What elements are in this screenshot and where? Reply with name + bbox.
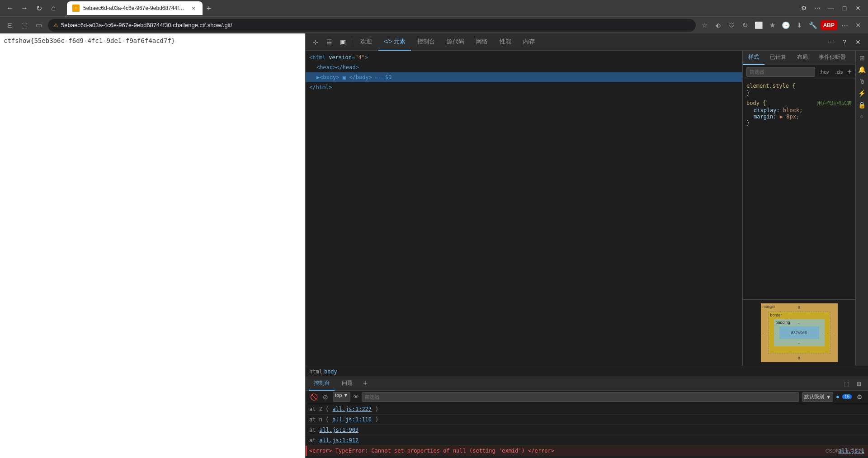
error-close-tag: </error>: [528, 448, 554, 454]
new-tab-button[interactable]: +: [203, 2, 215, 15]
devtools-tab-network[interactable]: 网络: [471, 33, 493, 51]
rs-icon-1[interactable]: ⊞: [857, 52, 868, 63]
console-no-errors-button[interactable]: ⊘: [321, 392, 330, 401]
error-open-tag: <error>: [309, 448, 332, 454]
minimize-button[interactable]: —: [825, 2, 837, 14]
downloads-button[interactable]: ⬇: [793, 19, 806, 32]
styles-tab-computed[interactable]: 已计算: [764, 51, 792, 65]
more-tools-button[interactable]: ⋯: [838, 19, 851, 32]
console-dock-button[interactable]: ⬚: [841, 378, 852, 389]
styles-tab-styles[interactable]: 样式: [743, 51, 764, 65]
devtools-tab-performance[interactable]: 性能: [494, 33, 517, 51]
console-link-1[interactable]: all.js:1:227: [332, 405, 372, 413]
html-line-html-close[interactable]: </html>: [306, 82, 742, 92]
cls-button[interactable]: .cls: [834, 68, 845, 76]
extension1-button[interactable]: 🛡: [726, 19, 738, 32]
close-button[interactable]: ✕: [852, 2, 864, 14]
address-bar: ⊟ ⬚ ▭ ⚠ 5ebaec6d-a03a-4c6e-967e-9ebd6874…: [0, 16, 868, 33]
html-line-body[interactable]: ▶<body> ▣ </body> == $0: [306, 72, 742, 82]
console-link-4[interactable]: all.js:1:912: [319, 436, 359, 444]
styles-add-button[interactable]: +: [847, 67, 851, 76]
styles-tab-events[interactable]: 事件侦听器: [813, 51, 851, 65]
reading-mode-button[interactable]: ▭: [33, 19, 45, 32]
console-level-arrow: ▼: [826, 394, 831, 400]
back-button[interactable]: ←: [4, 2, 16, 14]
styles-filter-input[interactable]: [746, 67, 815, 77]
extension3-button[interactable]: ⬜: [753, 19, 765, 32]
breadcrumb-body[interactable]: body: [324, 368, 337, 375]
console-settings-button[interactable]: ⚙: [854, 392, 864, 402]
style-selector-body: body {: [746, 100, 766, 106]
console-eye-button[interactable]: 👁: [353, 393, 359, 400]
console-add-tab[interactable]: +: [360, 378, 371, 389]
html-line-head[interactable]: <head></head>: [306, 62, 742, 72]
console-link-3[interactable]: all.js:1:903: [319, 426, 359, 434]
rs-icon-3[interactable]: 🖱: [857, 76, 868, 87]
star-button[interactable]: ☆: [698, 19, 711, 32]
adblock-button[interactable]: ABP: [821, 20, 837, 30]
rs-icon-6[interactable]: +: [857, 111, 868, 122]
devtools-close-button[interactable]: ✕: [852, 36, 864, 48]
sidebar-toggle-button[interactable]: ⊟: [4, 19, 16, 32]
watermark: CSDN@无关风险: [826, 448, 864, 454]
console-text-1b: ): [375, 405, 378, 413]
html-line-html-open[interactable]: <html version="4">: [306, 52, 742, 62]
rs-icon-5[interactable]: 🔒: [857, 99, 868, 110]
devtools-tab-memory[interactable]: 内存: [518, 33, 540, 51]
rs-icon-4[interactable]: ⚡: [857, 88, 868, 99]
favorites-button[interactable]: ★: [766, 19, 779, 32]
style-prop-margin: margin:: [754, 113, 780, 120]
extensions-button[interactable]: 🔧: [807, 19, 820, 32]
styles-filter-bar: :hov .cls + ⊞ ⋮: [743, 65, 855, 79]
collections-button[interactable]: ⬖: [712, 19, 725, 32]
console-tab-issues[interactable]: 问题: [337, 377, 357, 391]
close-devtools-button[interactable]: ✕: [852, 19, 864, 32]
devtools-tab-sources[interactable]: 源代码: [441, 33, 470, 51]
hov-button[interactable]: :hov: [818, 68, 831, 76]
address-input-wrap[interactable]: ⚠ 5ebaec6d-a03a-4c6e-967e-9ebd68744f30.c…: [48, 19, 696, 32]
devtools-tab-console[interactable]: 控制台: [412, 33, 440, 51]
history-button[interactable]: 🕒: [780, 19, 793, 32]
more-button[interactable]: ⋯: [811, 2, 824, 14]
console-expand-button[interactable]: ⊞: [854, 378, 864, 389]
devtools-toolbar: ⊹ ☰ ▣ 欢迎 </> 元素 控制台 源代码 网络 性能 内存 ⋯ ? ✕: [306, 33, 868, 51]
extension2-button[interactable]: ↻: [739, 19, 752, 32]
breadcrumb-html[interactable]: html: [309, 368, 322, 375]
devtools-more-button[interactable]: ⋯: [825, 36, 837, 48]
devtools-device-button[interactable]: ☰: [323, 36, 335, 48]
console-text-1: at Z (: [309, 405, 329, 413]
devtools-inspect-button[interactable]: ⊹: [309, 36, 322, 48]
forward-button[interactable]: →: [18, 2, 31, 14]
console-toolbar: 控制台 问题 + ⬚ ⊞: [306, 377, 868, 391]
devtools-help-button[interactable]: ?: [838, 36, 851, 48]
console-top-select[interactable]: top ▼: [333, 392, 350, 402]
rs-icon-2[interactable]: 🔔: [857, 64, 868, 75]
console-tab-console[interactable]: 控制台: [309, 377, 335, 391]
page-content: ctfshow{55eb3b6c-f6d9-4fc1-9de1-f9af6f4a…: [0, 33, 305, 458]
devtools-tab-elements[interactable]: </> 元素: [378, 33, 411, 51]
console-link-2[interactable]: all.js:1:110: [332, 416, 372, 424]
styles-tab-layout[interactable]: 布局: [792, 51, 813, 65]
console-filter-input[interactable]: [362, 392, 799, 402]
styles-tabs: 样式 已计算 布局 事件侦听器: [743, 51, 855, 65]
home-button[interactable]: ⌂: [47, 2, 60, 14]
tab-bar: ! 5ebaec6d-a03a-4c6e-967e-9ebd68744f30.c…: [63, 1, 794, 15]
active-tab[interactable]: ! 5ebaec6d-a03a-4c6e-967e-9ebd68744f30.c…: [67, 1, 203, 15]
console-error-text: <error> TypeError: Cannot set properties…: [309, 447, 554, 455]
console-text-2b: ): [375, 416, 378, 424]
console-line-error: <error> TypeError: Cannot set properties…: [306, 446, 868, 456]
tag-html-close: </html>: [309, 84, 332, 90]
settings-button[interactable]: ⚙: [797, 2, 810, 14]
console-level-select[interactable]: 默认级别 ▼: [802, 392, 833, 402]
screenshot-button[interactable]: ⬚: [18, 19, 31, 32]
console-clear-button[interactable]: 🚫: [309, 392, 318, 401]
tab-close-button[interactable]: ✕: [190, 5, 197, 12]
refresh-button[interactable]: ↻: [33, 2, 45, 14]
devtools-elements-button[interactable]: ▣: [336, 36, 349, 48]
devtools-tab-welcome[interactable]: 欢迎: [355, 33, 377, 51]
breadcrumb-bar: html body: [306, 366, 868, 377]
address-text: 5ebaec6d-a03a-4c6e-967e-9ebd68744f30.cha…: [61, 22, 690, 28]
console-area: 控制台 问题 + ⬚ ⊞ 🚫 ⊘ top ▼: [306, 377, 868, 458]
console-top-arrow: ▼: [343, 392, 348, 398]
maximize-button[interactable]: □: [838, 2, 851, 14]
